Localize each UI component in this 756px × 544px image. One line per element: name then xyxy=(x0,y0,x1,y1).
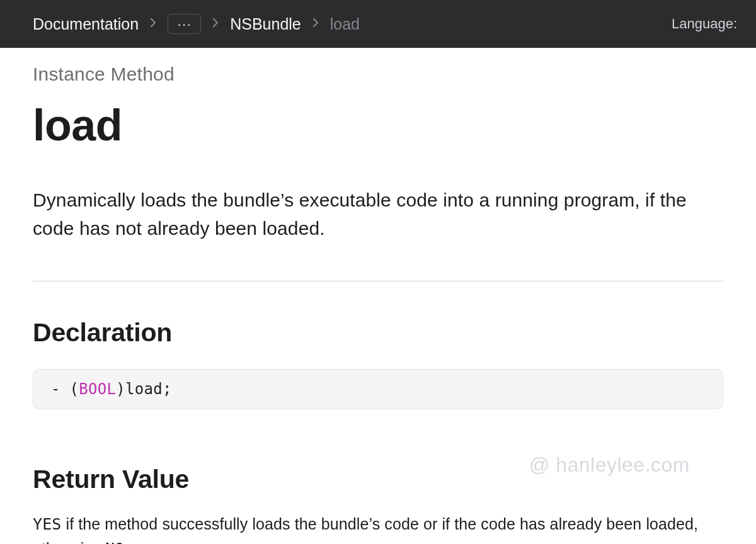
section-divider xyxy=(33,281,723,281)
breadcrumb: Documentation ··· NSBundle load xyxy=(33,14,360,34)
declaration-heading: Declaration xyxy=(33,318,723,348)
return-value-text: YES if the method successfully loads the… xyxy=(33,512,723,544)
main-content: Instance Method load Dynamically loads t… xyxy=(0,48,756,544)
code-yes-token: YES xyxy=(33,515,61,533)
chevron-right-icon xyxy=(150,18,156,31)
return-value-tail-text: . xyxy=(124,540,129,544)
return-value-heading: Return Value xyxy=(33,465,723,494)
top-navigation-bar: Documentation ··· NSBundle load Language… xyxy=(0,0,756,48)
chevron-right-icon xyxy=(312,18,319,31)
breadcrumb-root-link[interactable]: Documentation xyxy=(33,15,139,33)
breadcrumb-class-link[interactable]: NSBundle xyxy=(230,15,301,33)
code-suffix: )load; xyxy=(116,380,172,398)
code-prefix: - ( xyxy=(51,380,79,398)
declaration-code-block: - (BOOL)load; xyxy=(33,369,723,409)
language-selector-label[interactable]: Language: xyxy=(672,16,737,32)
code-return-type: BOOL xyxy=(79,380,116,398)
breadcrumb-ellipsis-button[interactable]: ··· xyxy=(168,14,201,34)
chevron-right-icon xyxy=(212,18,219,31)
page-title: load xyxy=(33,103,723,149)
page-summary: Dynamically loads the bundle’s executabl… xyxy=(33,186,723,243)
code-no-token: NO xyxy=(105,540,124,544)
return-value-middle-text: if the method successfully loads the bun… xyxy=(33,515,698,544)
page-eyebrow: Instance Method xyxy=(33,64,723,85)
breadcrumb-current: load xyxy=(330,15,360,33)
